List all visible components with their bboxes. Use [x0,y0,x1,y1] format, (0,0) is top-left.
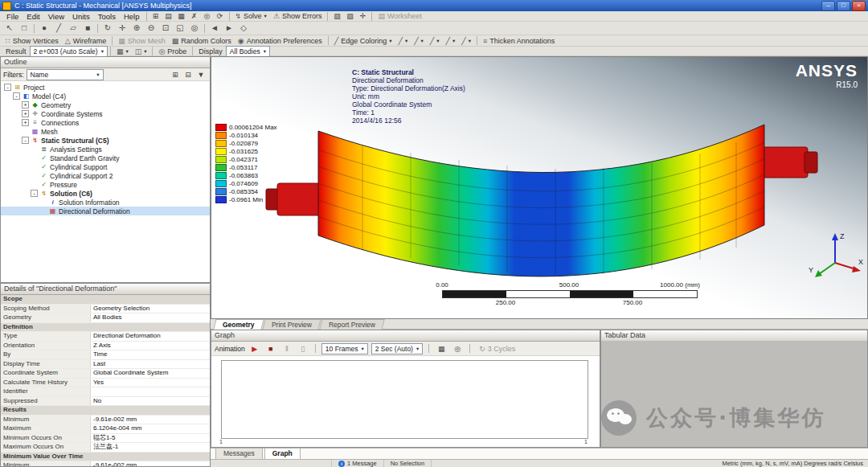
random-colors-toggle[interactable]: ▩ Random Colors [169,36,235,46]
zoom-out-icon[interactable]: ⊖ [144,23,158,34]
pan-icon[interactable]: ✛ [115,23,129,34]
result-chart[interactable] [221,360,588,439]
tree-item-standard-earth-gravity[interactable]: ✓ Standard Earth Gravity [1,154,210,162]
show-vertices-toggle[interactable]: ∷ Show Vertices [2,36,62,46]
tree-item-static-structural[interactable]: - ↯ Static Structural (C5) [1,136,210,145]
box-zoom-icon[interactable]: ⊡ [158,23,173,34]
filter-dropdown[interactable]: Name ▾ [27,69,104,80]
details-value[interactable]: Geometry Selection [91,305,210,313]
coordinate-triad[interactable]: Z X Y [808,227,866,281]
details-value[interactable]: Yes [91,379,210,387]
edge-option-1-dropdown[interactable]: ╱ ▾ [395,36,411,46]
select-cursor-icon[interactable]: ↖ [2,23,17,34]
menu-edit[interactable]: Edit [23,11,43,22]
edge-option-2-dropdown[interactable]: ╱ ▾ [411,36,427,46]
edge-option-4-dropdown[interactable]: ╱ ▾ [443,36,459,46]
cycles-control[interactable]: ↻ 3 Cycles [476,344,518,354]
tree-expander-icon[interactable] [31,172,38,179]
tree-expander-icon[interactable]: + [22,119,29,126]
menu-help[interactable]: Help [120,11,144,22]
edge-option-5-dropdown[interactable]: ╱ ▾ [458,36,474,46]
zoom-graph-icon[interactable]: ◎ [451,344,464,354]
details-value[interactable]: Directional Deformation [91,332,210,341]
section-plane-icon[interactable]: ▧ [330,11,343,21]
find-icon[interactable]: ◎ [201,11,214,21]
menu-file[interactable]: File [2,11,23,22]
tree-expander-icon[interactable] [31,163,38,170]
tree-expander-icon[interactable]: - [13,92,20,100]
tree-item-coordinate-systems[interactable]: + ✛ Coordinate Systems [1,109,210,118]
pause-icon[interactable]: ‖ [280,344,293,354]
previous-view-icon[interactable]: ◄ [207,23,222,34]
frame-step-icon[interactable]: ▯ [297,344,309,354]
details-value[interactable]: No [91,397,210,406]
paste-icon[interactable]: ▦ [175,11,188,21]
box-select-icon[interactable]: □ [17,23,31,34]
export-video-icon[interactable]: ▦ [435,344,448,354]
tree-item-analysis-settings[interactable]: ≣ Analysis Settings [1,145,210,154]
tree-expander-icon[interactable] [39,207,47,215]
menu-tools[interactable]: Tools [94,11,120,22]
refresh-icon[interactable]: ⟳ [214,11,227,21]
filter-options-icon[interactable]: ▼ [194,70,207,80]
frames-dropdown[interactable]: 10 Frames ▾ [321,343,368,354]
tree-item-geometry[interactable]: + ◆ Geometry [1,100,210,109]
tab-messages[interactable]: Messages [215,448,263,459]
annotation-preferences-button[interactable]: ◉ Annotation Preferences [235,36,326,46]
tree-item-project[interactable]: - ⊞ Project [1,83,210,92]
tree-item-solution[interactable]: - ↯ Solution (C6) [1,189,210,198]
vertex-filter-icon[interactable]: ● [37,23,51,34]
tree-item-model[interactable]: - ◧ Model (C4) [1,92,210,100]
maximize-button[interactable]: □ [837,1,850,11]
graphics-viewport[interactable]: ANSYS R15.0 C: Static Structural Directi… [211,56,868,319]
zoom-fit-icon[interactable]: ◱ [173,23,187,34]
display-filter-dropdown[interactable]: All Bodies ▾ [226,46,270,57]
tab-print-preview[interactable]: Print Preview [262,319,321,330]
duration-dropdown[interactable]: 2 Sec (Auto) ▾ [371,343,424,354]
tab-report-preview[interactable]: Report Preview [319,319,384,330]
tree-expander-icon[interactable]: + [22,110,29,117]
magnifier-icon[interactable]: ◎ [187,23,202,34]
tabular-data-body[interactable] [601,341,867,447]
menu-view[interactable]: View [44,11,68,22]
tab-graph[interactable]: Graph [264,448,301,459]
tab-geometry[interactable]: Geometry [213,319,264,330]
edge-filter-icon[interactable]: ╱ [51,23,66,34]
tree-expander-icon[interactable] [31,181,38,188]
tree-item-pressure[interactable]: ✓ Pressure [1,180,210,189]
tree-item-connections[interactable]: + ≡ Connections [1,118,210,127]
wireframe-toggle[interactable]: △ Wireframe [62,36,109,46]
deformed-beam[interactable] [318,125,764,277]
details-value[interactable]: Z Axis [91,342,210,350]
body-filter-icon[interactable]: ■ [80,23,95,34]
deformed-model[interactable] [242,107,841,298]
comment-icon[interactable]: ✛ [356,11,369,21]
tree-expander-icon[interactable]: - [31,190,38,197]
details-value[interactable]: Time [91,350,210,359]
result-scale-dropdown[interactable]: 2 e+003 (Auto Scale) ▾ [30,46,108,57]
tree-item-cylindrical-support[interactable]: ✓ Cylindrical Support [1,162,210,171]
rotate-icon[interactable]: ↻ [100,23,115,34]
expand-tree-icon[interactable]: ⊞ [169,70,182,80]
tree-expander-icon[interactable] [39,199,47,206]
details-value[interactable]: Last [91,360,210,369]
stop-icon[interactable]: ■ [264,344,277,354]
edge-coloring-dropdown[interactable]: ╱ Edge Coloring ▾ [331,36,395,46]
details-value[interactable] [91,387,210,396]
status-messages[interactable]: i 1 Message [332,460,384,467]
tree-expander-icon[interactable] [22,128,29,135]
tree-item-cylindrical-support-2[interactable]: ✓ Cylindrical Support 2 [1,171,210,180]
details-value[interactable]: Global Coordinate System [91,369,210,378]
tree-expander-icon[interactable] [31,145,38,153]
zoom-in-icon[interactable]: ⊕ [129,23,144,34]
tree-item-mesh[interactable]: ▦ Mesh [1,127,210,136]
edge-display-dropdown[interactable]: ◫ ▾ [132,47,150,56]
delete-icon[interactable]: ✗ [188,11,201,21]
contour-style-dropdown[interactable]: ▦ ▾ [113,47,132,56]
iso-view-icon[interactable]: ◇ [236,23,251,34]
duplicate-icon[interactable]: ⊞ [149,11,162,21]
worksheet-button[interactable]: ▤ Worksheet [375,11,424,21]
tree-item-solution-information[interactable]: i Solution Information [1,198,210,207]
play-icon[interactable]: ▶ [248,344,261,354]
tree-expander-icon[interactable]: - [22,137,29,144]
